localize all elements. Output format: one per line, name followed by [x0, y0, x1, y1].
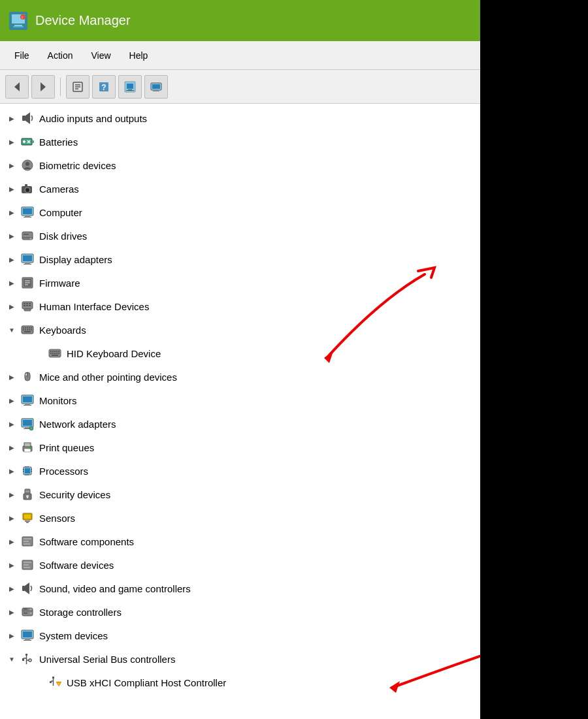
menu-help[interactable]: Help	[120, 46, 157, 65]
monitors-label: Monitors	[39, 395, 77, 406]
tree-item-cameras[interactable]: Cameras	[0, 177, 480, 200]
tree-item-audio[interactable]: Audio inputs and outputs	[0, 106, 480, 130]
menu-view[interactable]: View	[82, 46, 120, 65]
tree-item-display[interactable]: Display adapters	[0, 248, 480, 271]
properties-button[interactable]	[66, 75, 90, 99]
svg-point-34	[26, 189, 29, 191]
tree-item-software-dev[interactable]: Software devices	[0, 553, 480, 577]
expander-mice[interactable]	[5, 370, 18, 383]
expander-firmware[interactable]	[5, 276, 18, 289]
svg-rect-110	[27, 474, 29, 475]
tree-item-usb-xhci[interactable]: ! USB xHCI Compliant Host Controller	[0, 671, 480, 694]
svg-rect-91	[24, 405, 31, 406]
svg-rect-68	[25, 329, 26, 330]
app-icon: !	[8, 10, 29, 31]
svg-point-42	[30, 238, 32, 240]
tree-item-hid[interactable]: Human Interface Devices	[0, 295, 480, 318]
system-icon	[20, 628, 35, 643]
tree-item-batteries[interactable]: Batteries	[0, 130, 480, 153]
svg-rect-137	[23, 631, 32, 637]
expander-batteries[interactable]	[5, 135, 18, 148]
expander-disk[interactable]	[5, 229, 18, 242]
tree-item-storage[interactable]: Storage controllers	[0, 600, 480, 624]
svg-rect-43	[24, 234, 29, 235]
tree-item-sensors[interactable]: Sensors	[0, 506, 480, 530]
svg-marker-23	[25, 112, 30, 124]
svg-rect-22	[22, 116, 25, 121]
expander-cameras[interactable]	[5, 182, 18, 195]
svg-rect-75	[52, 351, 54, 352]
svg-rect-15	[127, 84, 133, 89]
menu-action[interactable]: Action	[39, 46, 82, 65]
svg-rect-93	[23, 420, 32, 426]
expander-audio[interactable]	[5, 112, 18, 125]
svg-rect-106	[31, 471, 32, 472]
expander-keyboards[interactable]	[5, 323, 18, 336]
keyboards-icon	[20, 322, 35, 338]
svg-marker-6	[14, 82, 20, 91]
expander-display[interactable]	[5, 253, 18, 266]
svg-rect-39	[24, 217, 31, 217]
svg-rect-60	[24, 309, 31, 311]
help-button[interactable]: ?	[92, 75, 116, 99]
tree-item-mice[interactable]: Mice and other pointing devices	[0, 365, 480, 389]
tree-item-processors[interactable]: Processors	[0, 459, 480, 483]
menu-file[interactable]: File	[5, 46, 39, 65]
expander-network[interactable]	[5, 417, 18, 430]
expander-biometric[interactable]	[5, 159, 18, 172]
tree-item-keyboards[interactable]: Keyboards	[0, 318, 480, 342]
svg-rect-128	[22, 586, 25, 591]
software-comp-label: Software components	[39, 536, 134, 547]
monitors-icon	[20, 392, 35, 408]
disk-label: Disk drives	[39, 231, 87, 242]
expander-software-comp[interactable]	[5, 535, 18, 548]
uninstall-button[interactable]	[118, 75, 142, 99]
svg-marker-129	[25, 583, 29, 594]
tree-item-network[interactable]: Network adapters	[0, 412, 480, 436]
cameras-icon	[20, 181, 35, 197]
tree-item-monitors[interactable]: Monitors	[0, 389, 480, 412]
expander-software-dev[interactable]	[5, 558, 18, 571]
expander-monitors[interactable]	[5, 394, 18, 407]
svg-rect-19	[152, 84, 160, 89]
expander-hid[interactable]	[5, 300, 18, 313]
svg-rect-52	[25, 284, 28, 285]
expander-processors[interactable]	[5, 464, 18, 477]
svg-point-100	[29, 447, 31, 449]
svg-rect-77	[56, 351, 57, 352]
svg-rect-81	[54, 353, 56, 354]
expander-computer[interactable]	[5, 206, 18, 219]
back-button[interactable]	[5, 75, 29, 99]
tree-item-security[interactable]: Security devices	[0, 483, 480, 506]
expander-storage[interactable]	[5, 605, 18, 618]
tree-item-biometric[interactable]: Biometric devices	[0, 153, 480, 177]
storage-icon	[20, 604, 35, 620]
svg-rect-83	[58, 353, 59, 354]
tree-item-print[interactable]: Print queues	[0, 436, 480, 459]
keyboards-label: Keyboards	[39, 325, 86, 336]
software-dev-label: Software devices	[39, 560, 114, 571]
expander-print[interactable]	[5, 441, 18, 454]
tree-item-software-comp[interactable]: Software components	[0, 530, 480, 553]
svg-rect-45	[23, 255, 32, 261]
tree-item-firmware[interactable]: Firmware	[0, 271, 480, 295]
svg-rect-109	[25, 474, 27, 475]
tree-item-computer[interactable]: Computer	[0, 200, 480, 224]
svg-rect-71	[31, 329, 32, 330]
expander-system[interactable]	[5, 629, 18, 642]
tree-item-system[interactable]: System devices	[0, 624, 480, 647]
expander-sound[interactable]	[5, 582, 18, 595]
tree-item-usb[interactable]: Universal Serial Bus controllers	[0, 647, 480, 671]
forward-button[interactable]	[31, 75, 55, 99]
svg-rect-35	[25, 184, 27, 187]
network-label: Network adapters	[39, 419, 116, 430]
expander-security[interactable]	[5, 488, 18, 501]
tree-item-sound[interactable]: Sound, video and game controllers	[0, 577, 480, 600]
usb-icon	[20, 651, 35, 667]
expander-sensors[interactable]	[5, 511, 18, 524]
expander-usb[interactable]	[5, 652, 18, 665]
display-button[interactable]	[144, 75, 168, 99]
tree-item-hid-keyboard[interactable]: HID Keyboard Device	[0, 342, 480, 365]
svg-rect-57	[24, 305, 25, 306]
tree-item-disk[interactable]: Disk drives	[0, 224, 480, 248]
